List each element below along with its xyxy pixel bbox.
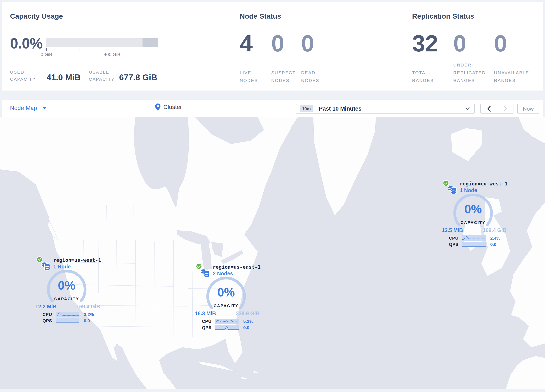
axis-tick: [79, 48, 79, 51]
time-window-label: Past 10 Minutes: [319, 106, 361, 112]
database-icon: [41, 261, 51, 271]
capacity-gauge: 0% CAPACITY: [205, 277, 247, 312]
axis-tick-label-400: 400 GiB: [104, 52, 120, 57]
capacity-caption: CAPACITY: [46, 297, 87, 301]
usable-capacity-value: 677.8 GiB: [119, 73, 157, 82]
capacity-caption: CAPACITY: [452, 220, 494, 225]
replication-status-title: Replication Status: [412, 12, 474, 20]
total-ranges-label: TOTAL RANGES: [412, 69, 435, 84]
chevron-left-icon: [487, 106, 491, 112]
region-label: region=eu-west-1: [460, 181, 508, 187]
capacity-values: 12.5 MiB 169.4 GiB: [442, 227, 507, 233]
region-label: region=us-east-1: [213, 264, 261, 270]
qps-label: QPS: [188, 325, 211, 330]
usable-capacity-label: USABLE CAPACITY: [89, 68, 120, 83]
location-pin-icon: [155, 104, 161, 111]
capacity-percent: 0%: [452, 202, 494, 216]
qps-sparkline: [56, 318, 79, 324]
database-icon: [448, 184, 457, 195]
node-count: 1 Node: [53, 264, 71, 270]
locality-eu-west-1[interactable]: region=eu-west-1 1 Node 0% CAPACITY 12.5…: [435, 170, 511, 249]
view-selector-node-map[interactable]: Node Map: [10, 105, 47, 112]
unavailable-ranges-value: 0: [494, 32, 507, 55]
now-button-label: Now: [523, 106, 534, 112]
qps-label: QPS: [435, 242, 458, 247]
used-capacity: 16.3 MiB: [195, 311, 216, 317]
region-label: region=us-west-1: [53, 257, 101, 263]
total-ranges-value: 32: [412, 32, 438, 55]
total-capacity: 169.4 GiB: [483, 227, 507, 233]
time-step-buttons: [480, 104, 514, 113]
capacity-gauge: 0% CAPACITY: [452, 194, 494, 229]
qps-metric-row: QPS 0.0: [29, 318, 104, 324]
capacity-percent: 0%: [205, 285, 247, 299]
now-button[interactable]: Now: [517, 104, 539, 113]
dead-nodes-label: DEAD NODES: [301, 69, 321, 84]
cpu-value: 2.4%: [490, 236, 500, 241]
database-icon: [201, 268, 210, 278]
time-window-badge: 10m: [300, 105, 313, 112]
map-toolbar: Node Map Cluster 10m Past 10 Minutes Now: [2, 100, 543, 117]
dead-nodes-value: 0: [301, 32, 314, 55]
total-capacity: 338.9 GiB: [236, 311, 260, 317]
cpu-value: 3.2%: [84, 312, 94, 317]
chevron-right-icon: [503, 106, 507, 112]
locality-us-west-1[interactable]: region=us-west-1 1 Node 0% CAPACITY 12.2…: [29, 247, 104, 325]
qps-label: QPS: [29, 318, 52, 323]
used-capacity: 12.2 MiB: [35, 304, 56, 310]
live-nodes-value: 4: [240, 32, 253, 55]
cluster-summary-bar: Capacity Usage 0.0% 0 GiB 400 GiB USED C…: [2, 2, 543, 91]
under-replicated-ranges-label: UNDER-REPLICATED RANGES: [453, 61, 488, 84]
unavailable-ranges-label: UNAVAILABLE RANGES: [494, 69, 532, 84]
cpu-metric-row: CPU 2.4%: [435, 235, 511, 241]
cpu-sparkline: [215, 319, 239, 324]
capacity-used-percent: 0.0%: [10, 35, 43, 52]
time-step-forward-button[interactable]: [497, 104, 513, 113]
capacity-percent: 0%: [46, 278, 87, 292]
capacity-usage-bar: [46, 38, 158, 47]
capacity-usage-title: Capacity Usage: [10, 12, 63, 20]
cpu-label: CPU: [435, 236, 458, 241]
cpu-label: CPU: [29, 312, 52, 317]
node-map-canvas[interactable]: region=us-west-1 1 Node 0% CAPACITY 12.2…: [0, 117, 545, 389]
suspect-nodes-label: SUSPECT NODES: [271, 69, 297, 84]
node-count: 2 Nodes: [213, 271, 233, 277]
node-status-title: Node Status: [240, 12, 281, 20]
qps-value: 0.0: [490, 242, 496, 247]
view-selector-label: Node Map: [10, 105, 37, 112]
used-capacity: 12.5 MiB: [442, 227, 463, 233]
cpu-value: 5.2%: [243, 319, 253, 324]
axis-tick-label-0: 0 GiB: [41, 52, 52, 57]
used-capacity-label: USED CAPACITY: [10, 68, 39, 83]
qps-metric-row: QPS 0.0: [188, 325, 264, 330]
node-count: 1 Node: [460, 187, 477, 193]
axis-tick: [112, 48, 112, 51]
capacity-gauge: 0% CAPACITY: [46, 270, 87, 305]
live-nodes-label: LIVE NODES: [240, 69, 260, 84]
qps-sparkline: [215, 325, 239, 330]
chevron-down-icon: [43, 107, 47, 109]
qps-value: 0.0: [84, 318, 90, 323]
qps-value: 0.0: [243, 325, 249, 330]
capacity-values: 12.2 MiB 169.4 GiB: [35, 304, 100, 310]
cpu-metric-row: CPU 3.2%: [29, 311, 104, 317]
cpu-label: CPU: [188, 319, 211, 324]
under-replicated-ranges-value: 0: [453, 32, 466, 55]
cpu-metric-row: CPU 5.2%: [188, 318, 264, 324]
cpu-sparkline: [56, 312, 79, 317]
axis-tick: [46, 48, 47, 51]
breadcrumb[interactable]: Cluster: [155, 104, 182, 111]
capacity-bar-reserved-segment: [142, 38, 158, 47]
locality-us-east-1[interactable]: region=us-east-1 2 Nodes 0% CAPACITY 16.…: [188, 254, 264, 332]
qps-sparkline: [462, 242, 486, 247]
total-capacity: 169.4 GiB: [76, 304, 100, 310]
time-window-select[interactable]: 10m Past 10 Minutes: [296, 104, 475, 113]
capacity-values: 16.3 MiB 338.9 GiB: [195, 311, 260, 317]
capacity-caption: CAPACITY: [205, 304, 247, 308]
cpu-sparkline: [462, 235, 486, 241]
time-step-back-button[interactable]: [481, 104, 497, 113]
suspect-nodes-value: 0: [271, 32, 284, 55]
used-capacity-value: 41.0 MiB: [47, 73, 81, 82]
axis-tick: [145, 48, 145, 51]
chevron-down-icon: [465, 107, 470, 110]
